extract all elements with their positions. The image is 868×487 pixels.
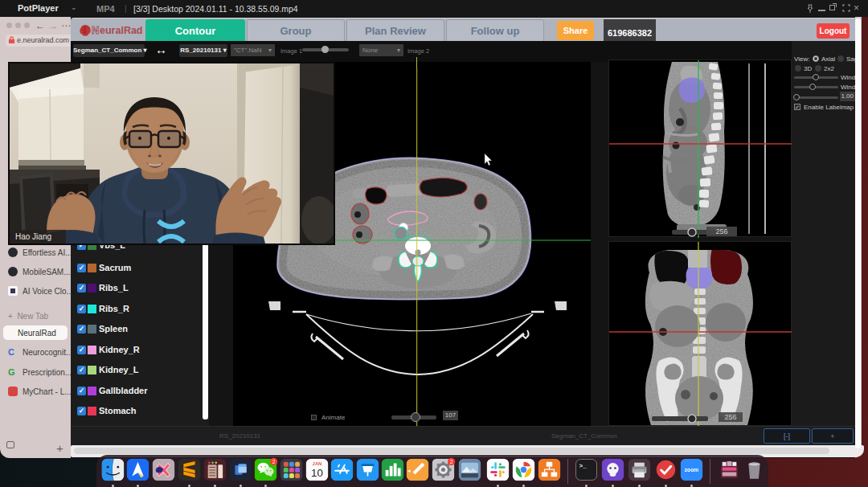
svg-text:256: 256: [724, 413, 736, 421]
svg-text:10: 10: [311, 467, 323, 479]
svg-text:>_: >_: [579, 463, 588, 469]
svg-text:zoom: zoom: [685, 467, 699, 473]
svg-text:Hao Jiang: Hao Jiang: [15, 232, 51, 241]
svg-text:256: 256: [715, 227, 727, 235]
svg-text:JAN: JAN: [313, 461, 322, 466]
